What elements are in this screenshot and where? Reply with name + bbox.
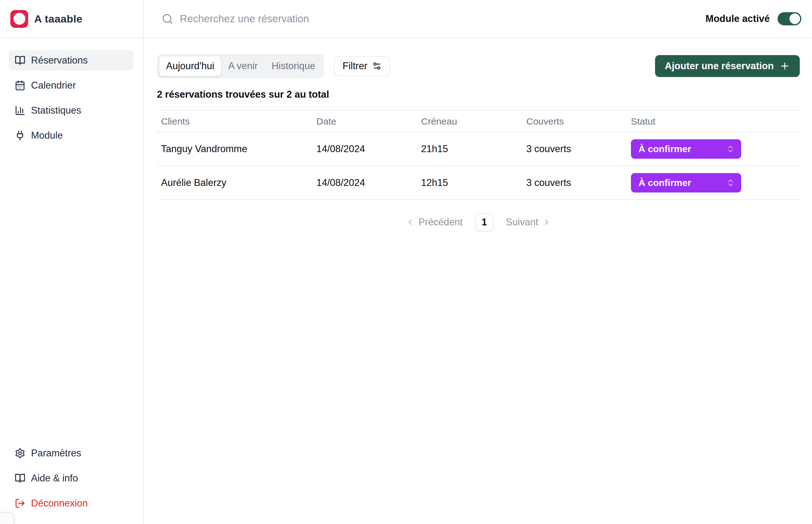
tab-aujourd-hui[interactable]: Aujourd'hui [159, 56, 221, 76]
column-header-statut: Statut [631, 116, 800, 127]
module-toggle-label: Module activé [705, 13, 770, 24]
top-header: Module activé [143, 0, 812, 38]
module-toggle-switch[interactable] [778, 12, 801, 26]
book-open-icon [15, 55, 26, 66]
plus-icon [779, 61, 790, 71]
table-body: Tanguy Vandromme 14/08/2024 21h15 3 couv… [157, 132, 800, 200]
search-icon [162, 13, 173, 25]
chevron-left-icon [406, 218, 414, 227]
filter-button-label: Filtrer [343, 61, 367, 72]
sidebar-item-label: Statistiques [31, 105, 81, 116]
toolbar: Aujourd'hui A venir Historique Filtrer A… [157, 54, 800, 78]
chevron-right-icon [542, 218, 551, 227]
calendar-icon [15, 80, 26, 91]
search-input[interactable] [180, 13, 705, 25]
tab-historique[interactable]: Historique [265, 56, 322, 76]
status-select[interactable]: À confirmer [631, 139, 741, 159]
cell-date: 14/08/2024 [316, 177, 421, 189]
column-header-cr-neau: Créneau [421, 116, 526, 127]
cell-covers: 3 couverts [526, 143, 631, 154]
filter-button[interactable]: Filtrer [334, 56, 390, 76]
sidebar-item-label: Module [31, 130, 63, 141]
table-header-row: Clients Date Créneau Couverts Statut [157, 110, 800, 132]
cell-client: Aurélie Balerzy [161, 177, 316, 189]
chevrons-up-down-icon [726, 145, 735, 153]
sidebar-footer-nav: Paramètres Aide & info Déconnexion [9, 443, 133, 513]
sidebar-item-aide-info[interactable]: Aide & info [9, 468, 133, 488]
sliders-icon [372, 61, 382, 71]
plug-icon [15, 130, 26, 141]
app-window: A taaable Module activé Réservations Cal… [0, 0, 812, 524]
sidebar-item-r-servations[interactable]: Réservations [9, 50, 133, 70]
toggle-knob [790, 14, 800, 24]
cell-date: 14/08/2024 [316, 143, 421, 154]
cell-status: À confirmer [631, 173, 800, 193]
sidebar-item-label: Aide & info [31, 473, 78, 484]
status-select[interactable]: À confirmer [631, 173, 741, 193]
brand-header: A taaable [0, 0, 143, 38]
module-toggle-group: Module activé [705, 12, 801, 26]
cell-covers: 3 couverts [526, 177, 631, 189]
add-reservation-button[interactable]: Ajouter une réservation [655, 55, 800, 77]
table-row[interactable]: Aurélie Balerzy 14/08/2024 12h15 3 couve… [157, 166, 800, 200]
pagination-previous-label: Précédent [418, 217, 463, 228]
column-header-clients: Clients [161, 116, 316, 127]
add-reservation-label: Ajouter une réservation [665, 61, 774, 72]
cell-slot: 21h15 [421, 143, 526, 154]
sidebar-item-label: Paramètres [31, 448, 81, 459]
sidebar-main-nav: Réservations Calendrier Statistiques Mod… [9, 50, 133, 146]
sidebar-item-d-connexion[interactable]: Déconnexion [9, 493, 133, 513]
log-out-icon [15, 498, 26, 509]
search-bar[interactable] [162, 13, 705, 25]
chevrons-up-down-icon [726, 178, 735, 187]
bottom-left-widget-corner [0, 512, 14, 524]
cell-client: Tanguy Vandromme [161, 143, 316, 154]
column-header-couverts: Couverts [526, 116, 631, 127]
table-row[interactable]: Tanguy Vandromme 14/08/2024 21h15 3 couv… [157, 132, 800, 166]
pagination-next-button[interactable]: Suivant [506, 217, 551, 228]
results-summary: 2 réservations trouvées sur 2 au total [157, 89, 800, 100]
pagination-previous-button[interactable]: Précédent [406, 217, 463, 228]
gear-icon [15, 448, 26, 459]
column-header-date: Date [316, 116, 421, 127]
main-content: Aujourd'hui A venir Historique Filtrer A… [143, 38, 812, 524]
pagination-page-1[interactable]: 1 [475, 213, 493, 231]
book-open-icon [15, 473, 26, 484]
sidebar-item-calendrier[interactable]: Calendrier [9, 75, 133, 96]
sidebar-item-label: Calendrier [31, 80, 76, 91]
reservations-table: Clients Date Créneau Couverts Statut Tan… [157, 110, 800, 200]
cell-slot: 12h15 [421, 177, 526, 189]
sidebar-item-label: Réservations [31, 55, 88, 66]
cell-status: À confirmer [631, 139, 800, 159]
sidebar-item-module[interactable]: Module [9, 125, 133, 146]
pagination: Précédent 1 Suivant [157, 213, 800, 231]
brand-logo-icon [10, 10, 28, 28]
sidebar-item-label: Déconnexion [31, 498, 88, 509]
pagination-next-label: Suivant [506, 217, 538, 228]
period-tabs: Aujourd'hui A venir Historique [157, 54, 324, 78]
sidebar: Réservations Calendrier Statistiques Mod… [0, 38, 143, 524]
brand-name: A taaable [34, 13, 82, 25]
sidebar-item-statistiques[interactable]: Statistiques [9, 100, 133, 120]
toolbar-left: Aujourd'hui A venir Historique Filtrer [157, 54, 390, 78]
sidebar-item-param-tres[interactable]: Paramètres [9, 443, 133, 463]
bar-chart-icon [15, 105, 26, 116]
logo-circle [14, 13, 26, 25]
tab-a-venir[interactable]: A venir [221, 56, 265, 76]
